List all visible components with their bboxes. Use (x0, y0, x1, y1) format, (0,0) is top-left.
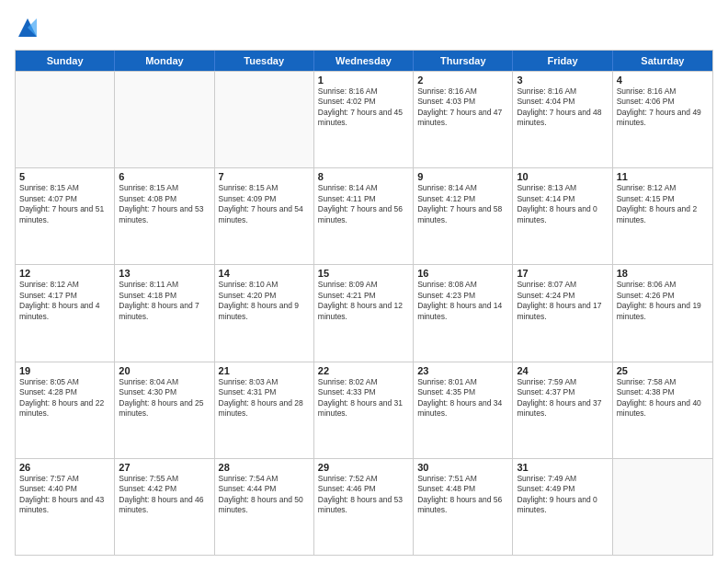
calendar-cell: 18Sunrise: 8:06 AMSunset: 4:26 PMDayligh… (613, 265, 712, 361)
calendar-cell (16, 72, 115, 167)
day-number: 21 (219, 365, 310, 376)
calendar-week: 1Sunrise: 8:16 AMSunset: 4:02 PMDaylight… (16, 71, 712, 167)
day-info: Sunrise: 7:57 AMSunset: 4:40 PMDaylight:… (19, 474, 110, 516)
calendar-cell: 21Sunrise: 8:03 AMSunset: 4:31 PMDayligh… (215, 362, 314, 458)
day-number: 18 (617, 268, 709, 279)
day-info: Sunrise: 8:01 AMSunset: 4:35 PMDaylight:… (417, 377, 508, 419)
calendar-cell: 25Sunrise: 7:58 AMSunset: 4:38 PMDayligh… (613, 362, 712, 458)
calendar-cell: 16Sunrise: 8:08 AMSunset: 4:23 PMDayligh… (414, 265, 513, 361)
day-number: 27 (119, 462, 210, 473)
calendar-week: 26Sunrise: 7:57 AMSunset: 4:40 PMDayligh… (16, 458, 712, 555)
calendar-cell: 26Sunrise: 7:57 AMSunset: 4:40 PMDayligh… (16, 459, 115, 555)
day-info: Sunrise: 8:16 AMSunset: 4:06 PMDaylight:… (617, 86, 709, 129)
calendar-cell: 2Sunrise: 8:16 AMSunset: 4:03 PMDaylight… (414, 72, 513, 167)
logo-icon (15, 15, 40, 40)
calendar-cell: 28Sunrise: 7:54 AMSunset: 4:44 PMDayligh… (215, 459, 314, 555)
day-number: 11 (617, 171, 709, 182)
day-info: Sunrise: 8:16 AMSunset: 4:03 PMDaylight:… (417, 86, 508, 129)
day-info: Sunrise: 8:06 AMSunset: 4:26 PMDaylight:… (617, 280, 709, 322)
day-info: Sunrise: 8:15 AMSunset: 4:09 PMDaylight:… (219, 183, 310, 225)
calendar-week: 12Sunrise: 8:12 AMSunset: 4:17 PMDayligh… (16, 264, 712, 361)
day-info: Sunrise: 8:02 AMSunset: 4:33 PMDaylight:… (318, 377, 409, 419)
calendar-header-cell: Sunday (16, 51, 115, 71)
day-number: 25 (617, 365, 709, 376)
day-number: 23 (417, 365, 508, 376)
calendar-cell: 11Sunrise: 8:12 AMSunset: 4:15 PMDayligh… (613, 168, 712, 264)
calendar-cell: 31Sunrise: 7:49 AMSunset: 4:49 PMDayligh… (513, 459, 612, 555)
day-number: 9 (417, 171, 508, 182)
day-info: Sunrise: 7:49 AMSunset: 4:49 PMDaylight:… (517, 474, 608, 516)
calendar-body: 1Sunrise: 8:16 AMSunset: 4:02 PMDaylight… (16, 71, 712, 555)
day-number: 10 (517, 171, 608, 182)
calendar-cell: 9Sunrise: 8:14 AMSunset: 4:12 PMDaylight… (414, 168, 513, 264)
day-number: 13 (119, 268, 210, 279)
day-number: 6 (119, 171, 210, 182)
calendar-header-cell: Monday (115, 51, 214, 71)
day-info: Sunrise: 8:09 AMSunset: 4:21 PMDaylight:… (318, 280, 409, 322)
day-number: 28 (219, 462, 310, 473)
calendar-cell: 5Sunrise: 8:15 AMSunset: 4:07 PMDaylight… (16, 168, 115, 264)
calendar-cell: 29Sunrise: 7:52 AMSunset: 4:46 PMDayligh… (314, 459, 414, 555)
day-number: 3 (517, 75, 608, 86)
calendar-cell: 8Sunrise: 8:14 AMSunset: 4:11 PMDaylight… (314, 168, 414, 264)
day-info: Sunrise: 8:08 AMSunset: 4:23 PMDaylight:… (417, 280, 508, 322)
calendar: SundayMondayTuesdayWednesdayThursdayFrid… (15, 50, 713, 556)
day-info: Sunrise: 8:15 AMSunset: 4:07 PMDaylight:… (19, 183, 110, 225)
day-info: Sunrise: 8:12 AMSunset: 4:15 PMDaylight:… (617, 183, 709, 225)
calendar-week: 19Sunrise: 8:05 AMSunset: 4:28 PMDayligh… (16, 362, 712, 458)
day-info: Sunrise: 8:04 AMSunset: 4:30 PMDaylight:… (119, 377, 210, 419)
day-number: 29 (318, 462, 409, 473)
day-info: Sunrise: 8:11 AMSunset: 4:18 PMDaylight:… (119, 280, 210, 322)
day-info: Sunrise: 8:16 AMSunset: 4:02 PMDaylight:… (318, 86, 409, 129)
day-number: 20 (119, 365, 210, 376)
calendar-header-cell: Tuesday (215, 51, 314, 71)
day-number: 17 (517, 268, 608, 279)
calendar-cell: 14Sunrise: 8:10 AMSunset: 4:20 PMDayligh… (215, 265, 314, 361)
calendar-header-cell: Saturday (613, 51, 712, 71)
logo (15, 15, 44, 40)
day-number: 16 (417, 268, 508, 279)
day-number: 4 (617, 75, 709, 86)
calendar-header-cell: Thursday (414, 51, 513, 71)
calendar-cell: 22Sunrise: 8:02 AMSunset: 4:33 PMDayligh… (314, 362, 414, 458)
calendar-cell: 4Sunrise: 8:16 AMSunset: 4:06 PMDaylight… (613, 72, 712, 167)
calendar-week: 5Sunrise: 8:15 AMSunset: 4:07 PMDaylight… (16, 167, 712, 264)
day-number: 5 (19, 171, 110, 182)
calendar-header-cell: Wednesday (314, 51, 414, 71)
calendar-cell: 20Sunrise: 8:04 AMSunset: 4:30 PMDayligh… (115, 362, 214, 458)
calendar-cell: 19Sunrise: 8:05 AMSunset: 4:28 PMDayligh… (16, 362, 115, 458)
calendar-cell (613, 459, 712, 555)
day-info: Sunrise: 8:05 AMSunset: 4:28 PMDaylight:… (19, 377, 110, 419)
calendar-header-cell: Friday (513, 51, 612, 71)
calendar-cell (115, 72, 214, 167)
day-info: Sunrise: 8:14 AMSunset: 4:11 PMDaylight:… (318, 183, 409, 225)
day-info: Sunrise: 7:52 AMSunset: 4:46 PMDaylight:… (318, 474, 409, 516)
calendar-cell: 13Sunrise: 8:11 AMSunset: 4:18 PMDayligh… (115, 265, 214, 361)
calendar-cell: 17Sunrise: 8:07 AMSunset: 4:24 PMDayligh… (513, 265, 612, 361)
calendar-cell: 3Sunrise: 8:16 AMSunset: 4:04 PMDaylight… (513, 72, 612, 167)
day-info: Sunrise: 8:13 AMSunset: 4:14 PMDaylight:… (517, 183, 608, 225)
calendar-cell: 30Sunrise: 7:51 AMSunset: 4:48 PMDayligh… (414, 459, 513, 555)
calendar-cell: 24Sunrise: 7:59 AMSunset: 4:37 PMDayligh… (513, 362, 612, 458)
day-info: Sunrise: 8:12 AMSunset: 4:17 PMDaylight:… (19, 280, 110, 322)
day-number: 1 (318, 75, 409, 86)
day-info: Sunrise: 8:16 AMSunset: 4:04 PMDaylight:… (517, 86, 608, 129)
day-info: Sunrise: 7:59 AMSunset: 4:37 PMDaylight:… (517, 377, 608, 419)
day-number: 30 (417, 462, 508, 473)
day-number: 2 (417, 75, 508, 86)
day-number: 12 (19, 268, 110, 279)
day-number: 31 (517, 462, 608, 473)
page: SundayMondayTuesdayWednesdayThursdayFrid… (0, 0, 728, 563)
calendar-cell: 27Sunrise: 7:55 AMSunset: 4:42 PMDayligh… (115, 459, 214, 555)
header (15, 15, 713, 40)
day-number: 7 (219, 171, 310, 182)
day-info: Sunrise: 8:15 AMSunset: 4:08 PMDaylight:… (119, 183, 210, 225)
day-number: 15 (318, 268, 409, 279)
day-info: Sunrise: 7:58 AMSunset: 4:38 PMDaylight:… (617, 377, 709, 419)
day-number: 14 (219, 268, 310, 279)
day-number: 24 (517, 365, 608, 376)
calendar-cell: 15Sunrise: 8:09 AMSunset: 4:21 PMDayligh… (314, 265, 414, 361)
calendar-cell: 10Sunrise: 8:13 AMSunset: 4:14 PMDayligh… (513, 168, 612, 264)
calendar-cell: 12Sunrise: 8:12 AMSunset: 4:17 PMDayligh… (16, 265, 115, 361)
day-info: Sunrise: 8:03 AMSunset: 4:31 PMDaylight:… (219, 377, 310, 419)
